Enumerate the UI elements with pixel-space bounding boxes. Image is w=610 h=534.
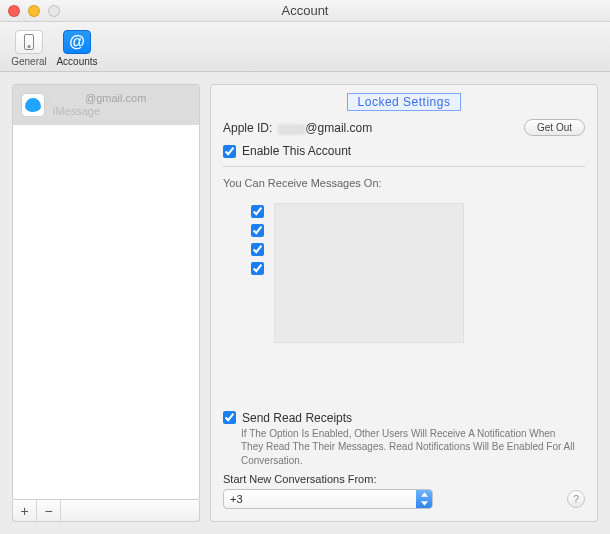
accounts-sidebar: ▆▆▆▆@gmail.com iMessage + − [12, 84, 200, 522]
account-type: iMessage [53, 105, 146, 118]
enable-account-checkbox[interactable] [223, 145, 236, 158]
start-conversations-value: +3 [230, 493, 243, 505]
read-receipts-description: If The Option Is Enabled, Other Users Wi… [223, 427, 585, 468]
account-email: ▆▆▆▆@gmail.com [53, 92, 146, 105]
receive-checkbox-3[interactable] [251, 243, 264, 256]
receive-checkbox-1[interactable] [251, 205, 264, 218]
apple-id-label: Apple ID: [223, 121, 272, 135]
receive-addresses-placeholder [274, 203, 464, 343]
receive-checkbox-4[interactable] [251, 262, 264, 275]
sign-out-button[interactable]: Get Out [524, 119, 585, 136]
account-row[interactable]: ▆▆▆▆@gmail.com iMessage [13, 85, 199, 125]
read-receipts-checkbox[interactable] [223, 411, 236, 424]
window-title: Account [0, 3, 610, 18]
read-receipts-label: Send Read Receipts [242, 411, 352, 425]
content-area: ▆▆▆▆@gmail.com iMessage + − Locked Setti… [0, 72, 610, 534]
enable-account-row[interactable]: Enable This Account [223, 144, 585, 158]
remove-account-button[interactable]: − [37, 500, 61, 521]
apple-id-value: ▆▆▆@gmail.com [278, 121, 372, 135]
svg-marker-1 [421, 501, 428, 505]
receive-checkbox-column [251, 203, 264, 343]
enable-account-label: Enable This Account [242, 144, 351, 158]
imessage-icon [21, 93, 45, 117]
receive-on-label: You Can Receive Messages On: [223, 177, 585, 189]
account-detail-pane: Locked Settings Apple ID: ▆▆▆@gmail.com … [210, 84, 598, 522]
locked-settings-banner: Locked Settings [347, 93, 462, 111]
account-row-text: ▆▆▆▆@gmail.com iMessage [53, 92, 146, 118]
preferences-toolbar: General @ Accounts [0, 22, 610, 72]
divider [223, 166, 585, 167]
tab-general-label: General [11, 56, 47, 67]
tab-accounts[interactable]: @ Accounts [54, 26, 100, 69]
read-receipts-row[interactable]: Send Read Receipts [223, 411, 585, 425]
add-account-button[interactable]: + [13, 500, 37, 521]
tab-general[interactable]: General [6, 26, 52, 69]
help-button[interactable]: ? [567, 490, 585, 508]
receive-checkbox-2[interactable] [251, 224, 264, 237]
phone-icon [15, 30, 43, 54]
select-stepper-icon [416, 490, 432, 508]
apple-id-row: Apple ID: ▆▆▆@gmail.com Get Out [223, 119, 585, 136]
start-conversations-select[interactable]: +3 [223, 489, 433, 509]
svg-marker-0 [421, 492, 428, 496]
accounts-list[interactable]: ▆▆▆▆@gmail.com iMessage [12, 84, 200, 500]
receive-addresses-area [223, 197, 585, 347]
at-icon: @ [63, 30, 91, 54]
start-conversations-label: Start New Conversations From: [223, 473, 585, 485]
read-receipts-block: Send Read Receipts If The Option Is Enab… [223, 411, 585, 510]
titlebar: Account [0, 0, 610, 22]
start-conversations-row: +3 ? [223, 489, 585, 509]
accounts-list-footer: + − [12, 500, 200, 522]
tab-accounts-label: Accounts [56, 56, 97, 67]
